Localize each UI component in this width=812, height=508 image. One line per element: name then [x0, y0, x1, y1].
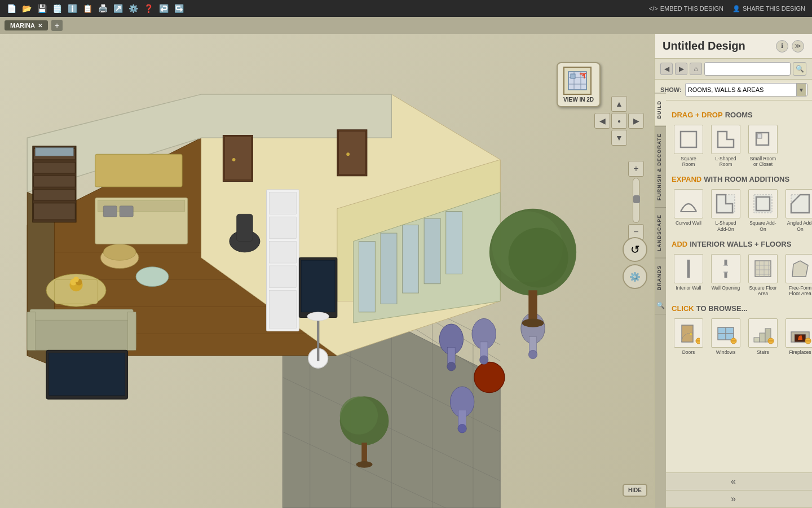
svg-rect-101 [571, 74, 575, 78]
svg-point-128 [690, 333, 692, 335]
svg-point-88 [509, 227, 568, 287]
l-shaped-addon-item[interactable]: L-Shaped Add-On [709, 187, 743, 234]
small-room-item[interactable]: Small Room or Closet [746, 122, 780, 169]
panel-collapse-icon[interactable]: ≫ [792, 40, 804, 52]
extra-controls: ↺ ⚙️ [623, 237, 647, 289]
l-shaped-room-icon [711, 125, 740, 154]
svg-rect-58 [269, 217, 296, 239]
redo-icon[interactable]: ↪️ [174, 4, 184, 13]
browse-items-grid: Doors Windows [672, 316, 806, 357]
freeform-floor-item[interactable]: Free-Form Floor Area [783, 252, 812, 299]
hide-button[interactable]: HIDE [623, 484, 647, 497]
svg-point-73 [474, 362, 505, 393]
zoom-handle[interactable] [633, 195, 640, 203]
furnish-tab[interactable]: FURNISH & DECORATE [655, 126, 666, 207]
square-addon-icon [748, 189, 778, 218]
view2d-icon [563, 67, 592, 95]
embed-icon: </> [649, 5, 658, 12]
share-icon: 👤 [732, 5, 740, 12]
windows-item[interactable]: Windows [709, 316, 743, 357]
main-area: VIEW IN 2D ▲ ◀ ● ▶ ▼ + − [0, 34, 812, 508]
search-tab[interactable]: 🔍 [655, 297, 666, 314]
pan-down-button[interactable]: ▼ [611, 130, 627, 146]
svg-marker-104 [718, 132, 734, 147]
pan-left-button[interactable]: ◀ [594, 113, 610, 129]
build-tab[interactable]: BUILD [655, 93, 666, 126]
zoom-in-button[interactable]: + [628, 161, 644, 177]
svg-point-90 [522, 318, 544, 327]
doors-item[interactable]: Doors [672, 316, 705, 357]
floor-plan-illustration[interactable] [0, 51, 609, 508]
svg-rect-106 [757, 134, 762, 138]
browse-section-title: CLICK TO BROWSE... [672, 304, 806, 313]
directional-pad: ▲ ◀ ● ▶ ▼ [594, 96, 644, 146]
canvas-area[interactable]: VIEW IN 2D ▲ ◀ ● ▶ ▼ + − [0, 34, 654, 508]
square-room-item[interactable]: Square Room [672, 122, 705, 169]
svg-rect-32 [34, 190, 75, 200]
pages-icon[interactable]: 📋 [83, 4, 92, 13]
share-link[interactable]: 👤 SHARE THIS DESIGN [732, 5, 805, 12]
svg-rect-33 [34, 203, 75, 220]
angled-addon-icon [785, 189, 812, 218]
new-icon[interactable]: 📄 [7, 4, 16, 13]
print-icon[interactable]: 🖨️ [98, 4, 108, 13]
svg-point-66 [232, 158, 236, 161]
l-shaped-room-item[interactable]: L-Shaped Room [709, 122, 743, 169]
settings-icon[interactable]: ⚙️ [129, 4, 138, 13]
nav-back-button[interactable]: ◀ [660, 63, 673, 75]
pan-center-button[interactable]: ● [611, 113, 627, 129]
curved-wall-icon [674, 189, 703, 218]
landscape-tab[interactable]: LANDSCAPE [655, 207, 666, 258]
undo-icon[interactable]: ↩️ [159, 4, 169, 13]
angled-addon-item[interactable]: Angled Add-On [783, 187, 812, 234]
square-addon-item[interactable]: Square Add-On [746, 187, 780, 234]
save-icon[interactable]: 💾 [37, 4, 47, 13]
expand-items-grid: Curved Wall L-Shaped Add-On [672, 187, 806, 234]
interior-items-grid: Interior Wall Wall Opening [672, 252, 806, 299]
help-icon[interactable]: ❓ [144, 4, 153, 13]
show-dropdown[interactable]: ROOMS, WALLS & AREAS ALL FLOORS FURNISHI… [685, 83, 807, 97]
search-button[interactable]: 🔍 [793, 62, 806, 76]
nav-forward-button[interactable]: ▶ [675, 63, 687, 75]
panel-info-icon[interactable]: ℹ [776, 40, 788, 52]
collapse-down-button[interactable]: » [655, 491, 812, 508]
svg-rect-136 [754, 338, 760, 342]
panel-title: Untitled Design [663, 40, 745, 52]
pan-right-button[interactable]: ▶ [628, 113, 644, 129]
l-shaped-addon-icon [711, 189, 740, 218]
brands-tab[interactable]: BRANDS [655, 258, 666, 297]
info-icon[interactable]: ℹ️ [68, 4, 77, 13]
svg-point-92 [340, 396, 378, 435]
open-icon[interactable]: 📂 [22, 4, 32, 13]
svg-rect-68 [339, 132, 365, 174]
svg-rect-34 [36, 148, 74, 156]
search-input[interactable] [704, 62, 791, 76]
panel-nav: ◀ ▶ ⌂ 🔍 [655, 59, 812, 80]
marina-tab[interactable]: MARINA ✕ [5, 20, 48, 30]
square-floor-area-item[interactable]: Square Floor Area [746, 252, 780, 299]
reset-view-button[interactable]: ↺ [623, 237, 647, 262]
svg-rect-59 [269, 242, 296, 264]
pan-up-button[interactable]: ▲ [611, 96, 627, 112]
settings-button[interactable]: ⚙️ [623, 264, 647, 289]
curved-wall-item[interactable]: Curved Wall [672, 187, 705, 234]
square-floor-area-icon [748, 254, 778, 283]
add-tab-button[interactable]: + [51, 20, 63, 31]
fireplaces-item[interactable]: Fireplaces [783, 316, 812, 357]
stairs-item[interactable]: Stairs [746, 316, 780, 357]
tab-label: MARINA [10, 22, 35, 29]
zoom-track[interactable] [633, 178, 639, 223]
wall-opening-item[interactable]: Wall Opening [709, 252, 743, 299]
export-icon[interactable]: ↗️ [113, 4, 123, 13]
svg-rect-30 [34, 163, 75, 173]
panel-bottom: « » [655, 472, 812, 508]
duplicate-icon[interactable]: 🗒️ [52, 4, 62, 13]
fireplaces-icon [785, 318, 812, 348]
svg-rect-81 [458, 410, 466, 426]
nav-home-button[interactable]: ⌂ [690, 63, 702, 75]
tab-close-icon[interactable]: ✕ [38, 23, 42, 29]
embed-link[interactable]: </> EMBED THIS DESIGN [649, 5, 723, 12]
small-room-icon [748, 125, 778, 154]
interior-wall-item[interactable]: Interior Wall [672, 252, 705, 299]
collapse-up-button[interactable]: « [655, 473, 812, 491]
